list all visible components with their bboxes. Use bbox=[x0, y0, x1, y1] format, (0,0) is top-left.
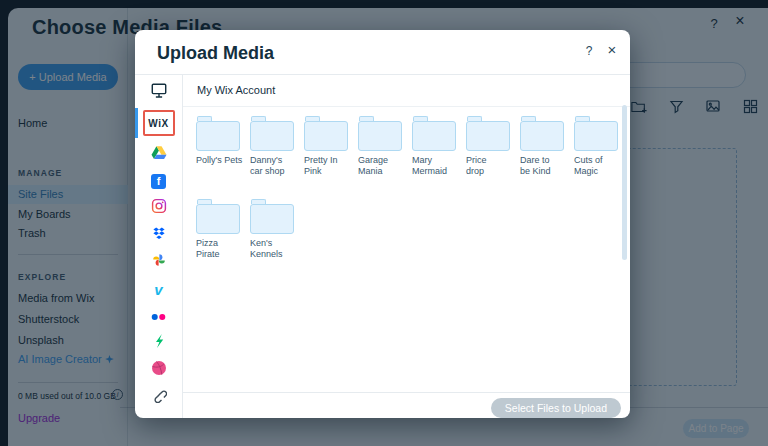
upload-media-modal: Upload Media ? × WiX f bbox=[135, 30, 630, 418]
modal-title: Upload Media bbox=[157, 43, 274, 64]
source-tab-flickr[interactable] bbox=[143, 307, 175, 325]
computer-icon bbox=[150, 82, 168, 103]
folder-item[interactable]: Danny's car shop bbox=[250, 116, 304, 177]
dropbox-icon bbox=[151, 226, 167, 245]
source-tab-facebook[interactable]: f bbox=[143, 172, 175, 190]
folder-grid: Polly's Pets Danny's car shop Pretty In … bbox=[183, 116, 622, 260]
modal-content: My Wix Account Polly's Pets Danny's car … bbox=[183, 75, 630, 418]
source-tab-google-photos[interactable] bbox=[143, 253, 175, 271]
flickr-icon bbox=[150, 307, 167, 325]
folder-label: Pretty In Pink bbox=[304, 155, 358, 177]
upload-sources-rail: WiX f v bbox=[135, 75, 183, 418]
folder-label: Mary Mermaid bbox=[412, 155, 466, 177]
facebook-icon: f bbox=[151, 174, 166, 189]
content-header-divider bbox=[183, 106, 630, 107]
google-photos-icon bbox=[151, 252, 167, 272]
source-tab-computer[interactable] bbox=[143, 83, 175, 101]
folder-label: Dare to be Kind bbox=[520, 155, 574, 177]
folder-item[interactable]: Garage Mania bbox=[358, 116, 412, 177]
folder-label: Pizza Pirate bbox=[196, 238, 250, 260]
select-files-to-upload-button[interactable]: Select Files to Upload bbox=[491, 398, 621, 418]
vimeo-icon: v bbox=[154, 282, 162, 297]
google-drive-icon bbox=[151, 145, 167, 164]
content-header: My Wix Account bbox=[197, 75, 275, 105]
wix-logo: WiX bbox=[148, 118, 168, 129]
deviantart-icon bbox=[152, 333, 166, 353]
folder-label: Garage Mania bbox=[358, 155, 412, 177]
source-tab-vimeo[interactable]: v bbox=[143, 280, 175, 298]
instagram-icon bbox=[151, 198, 167, 218]
source-tab-google-drive[interactable] bbox=[143, 145, 175, 163]
folder-item[interactable]: Pretty In Pink bbox=[304, 116, 358, 177]
folder-item[interactable]: Polly's Pets bbox=[196, 116, 250, 177]
source-tab-dropbox[interactable] bbox=[143, 226, 175, 244]
folder-item[interactable]: Ken's Kennels bbox=[250, 199, 304, 260]
folder-item[interactable]: Pizza Pirate bbox=[196, 199, 250, 260]
modal-close-button[interactable]: × bbox=[603, 40, 621, 58]
source-tab-deviantart[interactable] bbox=[143, 334, 175, 352]
link-icon bbox=[151, 387, 167, 407]
screen: Choose Media Files ? × + Upload Media Ho… bbox=[0, 0, 768, 446]
folder-label: Ken's Kennels bbox=[250, 238, 304, 260]
dribbble-icon bbox=[151, 360, 167, 380]
source-tab-instagram[interactable] bbox=[143, 199, 175, 217]
folder-item[interactable]: Mary Mermaid bbox=[412, 116, 466, 177]
folder-item[interactable]: Price drop bbox=[466, 116, 520, 177]
folder-item[interactable]: Dare to be Kind bbox=[520, 116, 574, 177]
modal-scrollbar[interactable] bbox=[622, 105, 627, 260]
source-tab-wix[interactable]: WiX bbox=[143, 110, 175, 136]
folder-item[interactable]: Cuts of Magic bbox=[574, 116, 628, 177]
folder-label: Danny's car shop bbox=[250, 155, 304, 177]
folder-label: Cuts of Magic bbox=[574, 155, 628, 177]
modal-footer-divider bbox=[183, 392, 630, 393]
modal-help-button[interactable]: ? bbox=[580, 42, 598, 60]
source-tab-dribbble[interactable] bbox=[143, 361, 175, 379]
folder-label: Polly's Pets bbox=[196, 155, 250, 166]
folder-label: Price drop bbox=[466, 155, 520, 177]
source-tab-link[interactable] bbox=[143, 388, 175, 406]
